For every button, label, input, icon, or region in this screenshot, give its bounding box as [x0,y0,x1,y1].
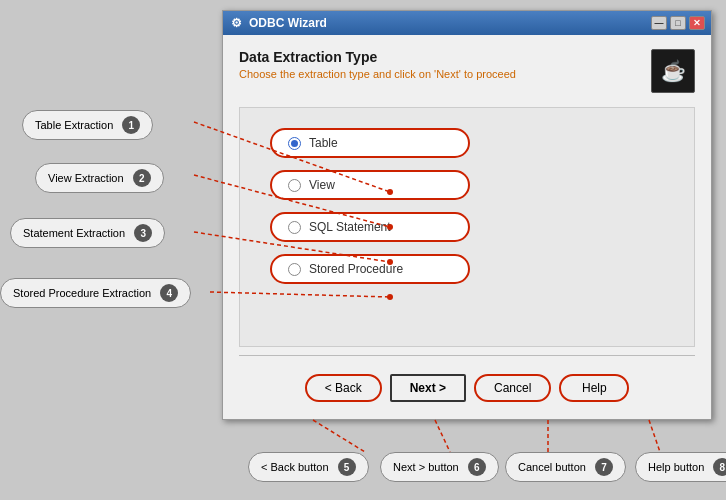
radio-table-label: Table [309,136,338,150]
radio-stored-label: Stored Procedure [309,262,403,276]
next-button[interactable]: Next > [390,374,466,402]
svg-line-4 [313,420,365,452]
divider [239,355,695,356]
window-title: ODBC Wizard [249,16,327,30]
annotation-stored-extraction: Stored Procedure Extraction 4 [0,278,191,308]
radio-sql-label: SQL Statement [309,220,391,234]
titlebar: ⚙ ODBC Wizard — □ ✕ [223,11,711,35]
radio-view[interactable]: View [270,170,470,200]
titlebar-left: ⚙ ODBC Wizard [229,16,327,30]
radio-sql[interactable]: SQL Statement [270,212,470,242]
annotation-back-button: < Back button 5 [248,452,369,482]
section-subtitle: Choose the extraction type and click on … [239,68,516,80]
annotation-table-extraction: Table Extraction 1 [22,110,153,140]
radio-sql-circle [288,221,301,234]
annotation-next-button: Next > button 6 [380,452,499,482]
radio-view-circle [288,179,301,192]
annotation-statement-extraction: Statement Extraction 3 [10,218,165,248]
options-area: Table View SQL Statement Stored Procedur… [239,107,695,347]
radio-table[interactable]: Table [270,128,470,158]
dialog-buttons: < Back Next > Cancel Help [239,364,695,412]
close-button[interactable]: ✕ [689,16,705,30]
app-logo: ☕ [651,49,695,93]
annotation-view-extraction: View Extraction 2 [35,163,164,193]
maximize-button[interactable]: □ [670,16,686,30]
content-header: Data Extraction Type Choose the extracti… [239,49,695,93]
minimize-button[interactable]: — [651,16,667,30]
radio-stored-circle [288,263,301,276]
svg-line-5 [435,420,450,452]
help-button[interactable]: Help [559,374,629,402]
radio-view-label: View [309,178,335,192]
svg-line-7 [649,420,660,452]
radio-table-circle [288,137,301,150]
titlebar-buttons: — □ ✕ [651,16,705,30]
cancel-button[interactable]: Cancel [474,374,551,402]
radio-stored[interactable]: Stored Procedure [270,254,470,284]
annotation-cancel-button: Cancel button 7 [505,452,626,482]
window-content: Data Extraction Type Choose the extracti… [223,35,711,422]
back-button[interactable]: < Back [305,374,382,402]
app-icon: ⚙ [229,16,243,30]
odbc-wizard-window: ⚙ ODBC Wizard — □ ✕ Data Extraction Type… [222,10,712,420]
header-text: Data Extraction Type Choose the extracti… [239,49,516,80]
annotation-help-button: Help button 8 [635,452,726,482]
section-title: Data Extraction Type [239,49,516,65]
